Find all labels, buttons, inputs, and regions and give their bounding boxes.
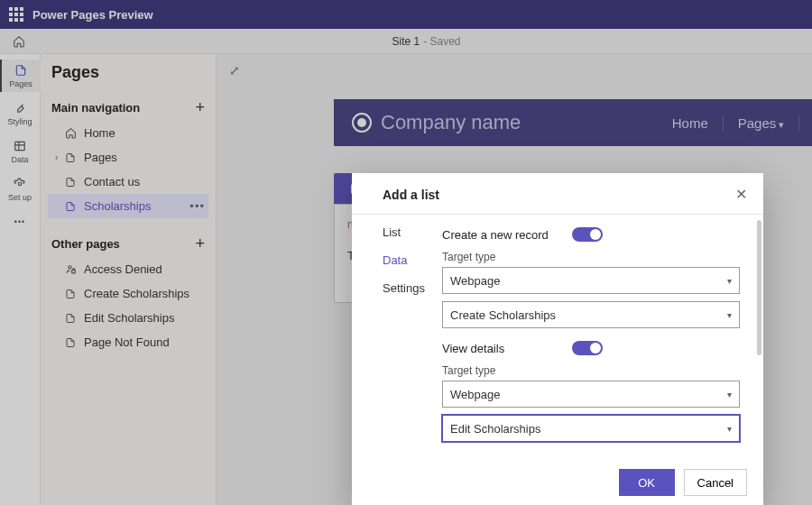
chevron-down-icon: ▾ <box>727 424 732 434</box>
cancel-button[interactable]: Cancel <box>684 469 747 496</box>
target-type-label-1: Target type <box>442 251 747 263</box>
chevron-down-icon: ▾ <box>727 276 732 286</box>
create-page-select[interactable]: Create Scholarships ▾ <box>442 301 740 328</box>
edit-page-select[interactable]: Edit Scholarships ▾ <box>442 415 740 442</box>
view-details-row: View details <box>442 341 747 355</box>
scrollbar[interactable] <box>757 220 761 355</box>
select-value: Webpage <box>450 388 500 401</box>
create-record-row: Create a new record <box>442 227 747 242</box>
modal-title: Add a list <box>383 188 439 202</box>
tab-settings[interactable]: Settings <box>383 281 435 295</box>
ok-button[interactable]: OK <box>619 469 675 496</box>
modal-footer: OK Cancel <box>352 460 763 505</box>
view-details-label: View details <box>442 342 504 355</box>
modal-form: Create a new record Target type Webpage … <box>435 215 763 460</box>
target-type-select-1[interactable]: Webpage ▾ <box>442 267 740 294</box>
create-record-toggle[interactable] <box>572 227 603 242</box>
select-value: Edit Scholarships <box>450 422 540 436</box>
chevron-down-icon: ▾ <box>727 390 732 399</box>
select-value: Webpage <box>450 274 500 288</box>
chevron-down-icon: ▾ <box>727 310 732 320</box>
add-list-modal: Add a list ✕ List Data Settings Create a… <box>352 173 763 505</box>
view-details-toggle[interactable] <box>572 341 603 355</box>
select-value: Create Scholarships <box>450 308 556 322</box>
close-icon[interactable]: ✕ <box>735 186 747 203</box>
target-type-select-2[interactable]: Webpage ▾ <box>442 381 740 408</box>
create-record-label: Create a new record <box>442 228 549 242</box>
tab-data[interactable]: Data <box>383 253 435 267</box>
tab-list[interactable]: List <box>383 225 435 239</box>
modal-tabs: List Data Settings <box>352 215 435 460</box>
target-type-label-2: Target type <box>442 364 747 377</box>
modal-body: List Data Settings Create a new record T… <box>352 214 763 460</box>
modal-header: Add a list ✕ <box>352 173 763 214</box>
